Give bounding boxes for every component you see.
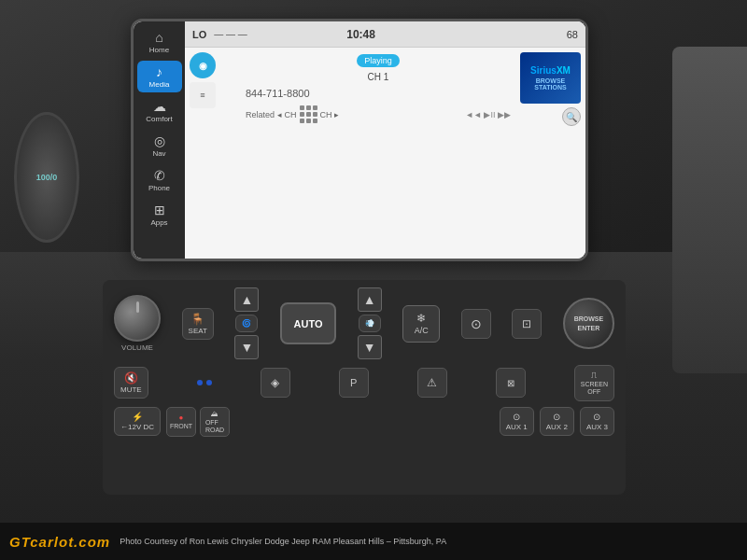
front-control-button[interactable]: ● FRONT — [166, 407, 196, 437]
channel-icon: ◉ — [199, 61, 207, 71]
power-indicator-2 — [206, 380, 212, 385]
park-button[interactable]: P — [339, 368, 369, 398]
auto-button[interactable]: AUTO — [280, 302, 336, 344]
fan-icon: 🌀 — [242, 319, 251, 328]
sidebar-home[interactable]: ⌂ Home — [137, 26, 182, 58]
heated-seat-icon: ◈ — [271, 376, 279, 389]
photo-container: 100/0 STARTSTOP ⌂ Home ♪ Media — [0, 0, 747, 523]
aux3-button[interactable]: ⊙ AUX 3 — [580, 407, 614, 436]
seat-heat-icon: 🪑 — [190, 313, 204, 326]
media-playback-controls[interactable]: ◄◄ ▶II ▶▶ — [465, 110, 511, 119]
volume-knob[interactable] — [114, 295, 161, 342]
12v-label: ←12V DC — [120, 423, 154, 431]
ch-next-label[interactable]: CH ▸ — [320, 110, 340, 119]
channel-sub-icon: ≡ — [200, 91, 204, 100]
screen-off-button[interactable]: ⎍ SCREEN OFF — [574, 365, 614, 401]
lo-indicator: LO — [192, 29, 206, 40]
sidebar-apps[interactable]: ⊞ Apps — [137, 199, 182, 231]
hazard-button[interactable]: ⚠ — [417, 368, 447, 398]
aux2-button[interactable]: ⊙ AUX 2 — [540, 407, 574, 436]
aux1-button[interactable]: ⊙ AUX 1 — [500, 407, 534, 436]
indicator-row — [197, 380, 212, 385]
extra-btn-1[interactable]: ⊠ — [496, 368, 526, 398]
controls-panel: VOLUME 🪑 SEAT ▲ 🌀 ▼ — [103, 280, 626, 495]
playing-badge: Playing — [357, 54, 400, 67]
photo-credit: Photo Courtesy of Ron Lewis Chrysler Dod… — [120, 537, 446, 546]
front-icon: ● — [179, 413, 184, 422]
screen-main-content: LO — — — 10:48 68 ◉ ≡ — [185, 21, 585, 259]
heated-seat-button[interactable]: ◈ — [261, 368, 290, 398]
channel-button[interactable]: ◉ — [190, 52, 216, 78]
front-label: FRONT — [170, 423, 192, 429]
vent-mode-button[interactable]: ⊙ — [461, 309, 491, 339]
left-gauge: 100/0 — [14, 112, 79, 243]
ac-button[interactable]: ❄ A/C — [402, 305, 440, 343]
media-icon: ♪ — [156, 64, 162, 79]
screen-off-label: SCREEN OFF — [581, 381, 608, 397]
browse-label: BROWSE ENTER — [574, 315, 604, 331]
fan-down-icon: ▼ — [241, 340, 254, 355]
home-icon: ⌂ — [155, 30, 162, 45]
fan-down-button[interactable]: ▼ — [234, 335, 259, 359]
off-road-button[interactable]: ⛰ OFF ROAD — [200, 407, 230, 437]
screen-off-icon: ⎍ — [591, 370, 597, 380]
related-label: Related — [246, 110, 275, 119]
sidebar-media[interactable]: ♪ Media — [137, 61, 182, 92]
screen-sidebar: ⌂ Home ♪ Media ☁ Comfort ◎ Nav — [134, 21, 185, 259]
right-dash-panel — [672, 47, 747, 373]
browse-enter-button[interactable]: BROWSE ENTER — [563, 298, 614, 349]
mute-icon: 🔇 — [124, 371, 138, 385]
right-fan-down-button[interactable]: ▼ — [358, 335, 382, 359]
off-road-label: OFF ROAD — [205, 419, 224, 433]
mute-label: MUTE — [120, 385, 142, 394]
ch-prev-label[interactable]: ◂ CH — [277, 110, 297, 119]
search-icon: 🔍 — [566, 112, 577, 122]
nav-icon: ◎ — [154, 133, 165, 148]
gtcarlot-logo[interactable]: GTcarlot.com — [9, 534, 110, 550]
grid-dots-icon[interactable] — [300, 105, 317, 123]
controls-row-3: ⚡ ←12V DC ● FRONT ⛰ OFF ROAD ⊙ — [114, 407, 614, 437]
right-fan-display: 💨 — [359, 315, 381, 332]
12v-icon: ⚡ — [132, 412, 143, 422]
aux3-label: AUX 3 — [586, 423, 608, 431]
ac-icon: ❄ — [416, 312, 426, 325]
controls-row-2: 🔇 MUTE ◈ P ⚠ ⊠ — [114, 365, 614, 401]
aux1-icon: ⊙ — [513, 412, 520, 422]
sidebar-nav[interactable]: ◎ Nav — [137, 130, 182, 161]
search-button[interactable]: 🔍 — [562, 107, 581, 126]
volume-group: VOLUME — [114, 295, 161, 352]
ac-label: A/C — [415, 326, 429, 335]
fan-up-icon: ▲ — [241, 292, 254, 307]
power-indicator-1 — [197, 380, 203, 385]
right-fan-up-button[interactable]: ▲ — [358, 287, 382, 312]
aux2-icon: ⊙ — [553, 412, 560, 422]
sidebar-phone[interactable]: ✆ Phone — [137, 164, 182, 196]
aux3-icon: ⊙ — [593, 412, 600, 422]
right-fan-down-icon: ▼ — [363, 340, 376, 355]
terrain-control-area: ● FRONT ⛰ OFF ROAD — [166, 407, 230, 437]
phone-icon: ✆ — [154, 168, 165, 183]
media-center-panel: Playing CH 1 844-711-8800 Related ◂ CH — [246, 52, 511, 254]
apps-icon: ⊞ — [154, 203, 165, 217]
media-left-panel: ◉ ≡ — [190, 52, 241, 254]
channel-info-text: CH 1 — [368, 72, 389, 82]
mute-button[interactable]: 🔇 MUTE — [114, 367, 148, 399]
off-road-icon: ⛰ — [211, 410, 218, 418]
temperature-display: 68 — [567, 29, 578, 40]
park-icon: P — [350, 377, 357, 388]
rear-defrost-icon: ⊡ — [522, 317, 531, 330]
media-right-panel: SiriusXM BROWSE STATIONS 🔍 — [515, 52, 581, 254]
12v-dc-port: ⚡ ←12V DC — [114, 407, 161, 436]
seat-heat-button[interactable]: 🪑 SEAT — [182, 308, 214, 340]
aux1-label: AUX 1 — [506, 423, 528, 431]
right-fan-up-icon: ▲ — [363, 292, 376, 307]
channel-display: CH 1 — [246, 72, 511, 82]
aux-buttons-group: ⊙ AUX 1 ⊙ AUX 2 ⊙ AUX 3 — [500, 407, 614, 436]
footer-bar: GTcarlot.com Photo Courtesy of Ron Lewis… — [0, 523, 747, 560]
controls-row-1: VOLUME 🪑 SEAT ▲ 🌀 ▼ — [114, 287, 614, 359]
channel-sub-btn[interactable]: ≡ — [190, 82, 216, 108]
rear-defrost-button[interactable]: ⊡ — [512, 309, 542, 339]
sidebar-comfort[interactable]: ☁ Comfort — [137, 95, 182, 127]
fan-speed-display: 🌀 — [235, 315, 258, 332]
fan-up-button[interactable]: ▲ — [234, 287, 259, 312]
